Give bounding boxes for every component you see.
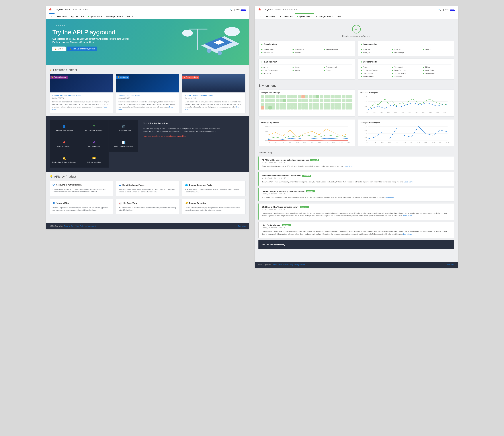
product-card[interactable]: 🛡Accounts & Authentication Equinix's Aut… [50,181,113,196]
pager-dot[interactable] [62,25,63,26]
heatmap-cell [298,99,301,102]
resolved-badge: Resolved [310,159,319,161]
pager-dot[interactable] [60,25,61,26]
svg-rect-3 [189,28,207,29]
function-cell[interactable]: 🛒 Orders & Ticketing [109,120,138,136]
product-card[interactable]: ☁Cloud Exchange Fabric Equinix Cloud Exc… [116,181,179,196]
nav-knowledge-center[interactable]: Knowledge Center▾ [104,13,125,19]
pager-prev[interactable]: 〈 [52,24,54,27]
function-icon: 💳 [92,157,96,160]
product-text: ECP APIs enable Ordering & Ticketing, Us… [185,188,243,193]
heatmap-cell [320,106,323,109]
function-cell[interactable]: ⇄ Interconnection [79,136,108,152]
heatmap-cell [294,103,297,106]
learn-more-link[interactable]: Learn More [403,215,412,217]
card-date: October 30 2020 [185,97,243,99]
pager-next[interactable]: 〉 [66,24,68,27]
chart-title: API Usage By Product [261,122,352,123]
footer-link[interactable]: API Agreement [294,264,305,265]
nav-api-catalog[interactable]: API Catalog [54,13,69,19]
function-cell[interactable]: 📊 Environmental Monitoring [109,136,138,152]
featured-heading: Featured Content [53,68,77,72]
svg-point-0 [224,27,240,36]
product-card[interactable]: ▦Network Edge Network Edge allows users … [50,199,113,214]
brand-platform: DEVELOPER PLATFORM [65,9,88,11]
back-to-top[interactable]: Back to top [447,264,454,265]
nav-help[interactable]: Help▾ [335,13,345,19]
lock-icon: 🔒 [69,48,72,50]
heatmap-cell [324,106,327,109]
nav-system-status[interactable]: System Status [295,13,314,19]
svg-text:0.40: 0.40 [265,140,268,141]
pager-dot[interactable] [64,25,65,26]
read-more-link[interactable]: Read More [52,106,107,110]
status-dot-icon [392,52,393,53]
products-heading: APIs by Product [54,175,76,178]
heatmap-cell [313,103,316,106]
learn-more-link[interactable]: Learn More [403,233,412,235]
heatmap-cell [334,103,338,106]
signup-button[interactable]: 🔒Sign Up for the Playground [67,46,97,51]
status-group: Customer Portal AssetsAttachmentsBilling… [358,58,454,80]
footer-link[interactable]: Privacy Policy [75,225,84,227]
product-card[interactable]: 🌐Equinix Customer Portal ECP APIs enable… [182,181,245,196]
signin-button[interactable]: 🔒Sign In [52,46,66,51]
function-cell[interactable]: ⬢ Asset Management [50,136,79,152]
product-card[interactable]: 🔑Equinix SmartKey Equinix SmartKey APIs … [182,199,245,214]
see-full-history[interactable]: See Full Incident History→ [259,240,454,249]
function-cell[interactable]: 🛡 Authentication & Security [79,120,108,136]
status-item: Trouble Tickets [361,75,389,77]
status-dot-icon [361,70,362,71]
featured-card[interactable]: ⟳Platform Updates Another Developer Upda… [182,74,245,113]
read-more-link[interactable]: Read More [185,106,239,110]
nav-knowledge-center[interactable]: Knowledge Center▾ [314,13,335,19]
user-link[interactable]: Edwin [450,9,455,11]
status-item: Shipments [392,75,420,77]
logo[interactable]: ıılıı EQUINIX DEVELOPER PLATFORM [49,8,88,11]
nav-home[interactable]: ⌂ [49,13,54,19]
nav-home[interactable]: ⌂ [258,13,263,19]
functions-hint: Hover over a section to learn more about… [143,135,226,138]
function-icon: 📊 [122,141,126,144]
read-more-link[interactable]: Read More [118,106,173,110]
issue-text: IBX SmartView power and hierarchy APIs w… [262,181,451,183]
product-card[interactable]: 📈IBX SmartView IBX SmartView APIs enable… [116,199,179,214]
function-cell[interactable]: 🔔 Notifications & Communications [50,152,79,168]
nav-system-status[interactable]: System Status [86,13,104,19]
heatmap-cell [305,95,308,99]
user-link[interactable]: Edwin [241,9,246,11]
heatmap-cell [276,106,279,109]
function-cell[interactable]: 👤 Administration & Users [50,120,79,136]
pager-dot[interactable] [56,25,56,26]
main-nav: ⌂ API Catalog App Dashboard System Statu… [46,13,249,19]
featured-card[interactable]: 👑Partner Showcase Another Partner Showca… [50,74,113,113]
status-groups: Administration Access TokenNotifications… [255,41,458,82]
footer-link[interactable]: Terms of Use [273,264,282,265]
learn-more-link[interactable]: Learn More [404,181,413,183]
status-item: NetworkEdge [392,52,420,54]
function-cell[interactable]: 💳 Billing & Invoicing [79,152,108,168]
footer-link[interactable]: Terms of Use [64,225,73,227]
search-icon[interactable]: 🔍 [438,9,441,11]
heatmap-cell [349,103,352,106]
svg-text:2:00: 2:00 [374,142,376,143]
heatmap-cell [338,106,341,109]
featured-card[interactable]: 🔆Use Cases Another Use Case Article Octo… [116,74,179,113]
nav-api-catalog[interactable]: API Catalog [263,13,278,19]
pager-dot[interactable] [58,25,59,26]
product-icon: ☁ [119,183,121,186]
nav-app-dashboard[interactable]: App Dashboard [69,13,86,19]
back-to-top[interactable]: Back to top [238,225,245,227]
function-label: Interconnection [88,145,100,147]
learn-more-link[interactable]: Learn More [386,197,394,199]
lock-icon: 🔒 [54,48,57,50]
nav-help[interactable]: Help▾ [125,13,135,19]
logo[interactable]: ıılıı EQUINIX DEVELOPER PLATFORM [258,8,297,11]
search-icon[interactable]: 🔍 [230,9,232,11]
learn-more-link[interactable]: Learn More [344,165,352,167]
footer-link[interactable]: API Agreement [86,225,96,227]
status-item: Billing [423,66,451,68]
nav-app-dashboard[interactable]: App Dashboard [278,13,295,19]
footer-link[interactable]: Privacy Policy [283,264,293,265]
product-title: Network Edge [56,202,69,204]
